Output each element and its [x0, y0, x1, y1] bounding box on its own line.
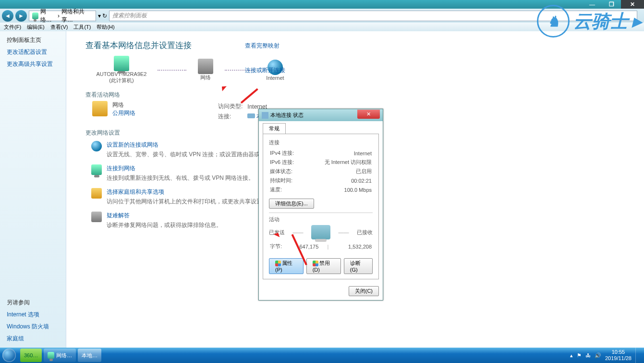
sidebar-internet-options[interactable]: Internet 选项 [7, 311, 59, 319]
settings-item-desc: 访问位于其他网络计算机上的文件和打印机，或更改共享设置。 [107, 198, 268, 205]
dialog-close-button[interactable]: ✕ [357, 110, 380, 119]
clock-time: 10:55 [605, 349, 632, 355]
watermark-text: 云骑士 [573, 9, 628, 34]
taskbar-item-360[interactable]: 360… [20, 349, 42, 362]
activity-section-label: 活动 [269, 216, 373, 223]
menu-edit[interactable]: 编辑(E) [25, 23, 47, 31]
settings-item-desc: 连接到或重新连接到无线、有线、拨号或 VPN 网络连接。 [107, 175, 254, 181]
bytes-table: 字节: 647,175 | 1,532,208 [269, 241, 373, 251]
hub-icon [198, 59, 213, 74]
connect-disconnect-link[interactable]: 连接或断开连接 [245, 66, 285, 75]
system-tray: ▴ ⚑ 🖧 🔊 10:55 2019/11/28 [566, 348, 644, 363]
settings-item-title[interactable]: 选择家庭组和共享选项 [107, 188, 268, 196]
tray-flag-icon[interactable]: ⚑ [577, 352, 582, 359]
taskbar-item-network[interactable]: 网络… [44, 349, 76, 362]
diagnose-button[interactable]: 诊断(G) [344, 258, 373, 274]
breadcrumb-segment: 网络和共享… [61, 8, 93, 24]
forward-button[interactable]: ► [15, 10, 27, 22]
dialog-footer: 关闭(C) [259, 283, 383, 300]
clock-date: 2019/11/28 [605, 355, 632, 362]
network-type-link[interactable]: 公用网络 [112, 109, 135, 117]
network-center-icon [32, 13, 38, 19]
view-full-map-link[interactable]: 查看完整映射 [245, 42, 279, 50]
watermark: ♞ 云骑士▸ [537, 5, 641, 38]
breadcrumb[interactable]: 网络… › 网络和共享… [29, 11, 96, 21]
menu-tool[interactable]: 工具(T) [72, 23, 93, 31]
speed-label: 速度: [270, 186, 304, 194]
node-this-pc: AUTOBVT-M2RA9E2 (此计算机) [95, 56, 148, 84]
taskbar: 360… 网络… 本地… ▴ ⚑ 🖧 🔊 10:55 2019/11/28 [0, 348, 644, 363]
ethernet-icon [247, 113, 255, 118]
conn-info-table: IPv4 连接:Internet IPv6 连接:无 Internet 访问权限… [269, 148, 373, 195]
media-value: 已启用 [305, 167, 372, 175]
settings-item-icon [91, 212, 102, 222]
settings-item-title[interactable]: 设置新的连接或网络 [107, 141, 283, 149]
settings-item-desc: 设置无线、宽带、拨号、临时或 VPN 连接；或设置路由器或访问点。 [107, 151, 283, 158]
node-pc-sub: (此计算机) [109, 77, 134, 84]
dialog-title: 本地连接 状态 [270, 112, 304, 119]
bytes-label: 字节: [270, 242, 291, 250]
ipv4-value: Internet [305, 149, 372, 157]
disable-button[interactable]: 禁用(D) [306, 258, 341, 274]
settings-item-icon [91, 164, 102, 175]
sidebar: 控制面板主页 更改适配器设置 更改高级共享设置 另请参阅 Internet 选项… [0, 31, 66, 348]
access-type-label: 访问类型: [218, 102, 246, 111]
dialog-titlebar[interactable]: 本地连接 状态 ✕ [259, 109, 383, 121]
activity-icon [311, 225, 330, 239]
menu-help[interactable]: 帮助(H) [95, 23, 116, 31]
conn-section-label: 连接 [269, 139, 373, 146]
media-label: 媒体状态: [270, 167, 304, 175]
menu-file[interactable]: 文件(F) [2, 23, 23, 31]
speed-value: 100.0 Mbps [305, 186, 372, 194]
taskbar-item-local-status[interactable]: 本地… [78, 349, 101, 362]
tab-general-page: 连接 IPv4 连接:Internet IPv6 连接:无 Internet 访… [263, 134, 379, 279]
start-button[interactable] [0, 348, 18, 363]
breadcrumb-segment: 网络… [40, 8, 56, 24]
tray-show-hidden-icon[interactable]: ▴ [570, 352, 573, 359]
settings-item-title[interactable]: 连接到网络 [107, 164, 254, 173]
active-network-label: 查看活动网络 [85, 91, 625, 99]
settings-item-desc: 诊断并修复网络问题，或获得故障排除信息。 [107, 222, 222, 228]
sidebar-home[interactable]: 控制面板主页 [7, 36, 59, 44]
breadcrumb-refresh[interactable]: ▾ ↻ [98, 13, 107, 19]
node-internet-label: Internet [266, 75, 284, 81]
sidebar-homegroup[interactable]: 家庭组 [7, 335, 59, 343]
tray-network-icon[interactable]: 🖧 [585, 352, 591, 358]
network-map: AUTOBVT-M2RA9E2 (此计算机) 网络 Internet [95, 56, 625, 84]
menu-view[interactable]: 查看(V) [49, 23, 70, 31]
back-button[interactable]: ◄ [2, 10, 13, 22]
bytes-recv: 1,532,208 [330, 242, 372, 250]
sidebar-adapter-settings[interactable]: 更改适配器设置 [7, 48, 59, 56]
details-button[interactable]: 详细信息(E)... [269, 199, 314, 209]
settings-item-title[interactable]: 疑难解答 [107, 212, 222, 220]
tray-volume-icon[interactable]: 🔊 [595, 352, 601, 359]
sidebar-adv-share[interactable]: 更改高级共享设置 [7, 60, 59, 68]
node-network: 网络 [196, 59, 215, 81]
page-heading: 查看基本网络信息并设置连接 [85, 40, 625, 51]
duration-value: 00:02:21 [305, 176, 372, 185]
ipv4-label: IPv4 连接: [270, 149, 304, 157]
sidebar-see-also-label: 另请参阅 [7, 299, 59, 307]
ipv6-label: IPv6 连接: [270, 158, 304, 166]
breadcrumb-sep: › [58, 13, 60, 19]
shield-icon [275, 261, 281, 266]
settings-item-icon [91, 141, 102, 151]
net-line [158, 70, 186, 71]
connection-status-dialog: 本地连接 状态 ✕ 常规 连接 IPv4 连接:Internet IPv6 连接… [258, 109, 383, 300]
properties-button[interactable]: 属性(P) [269, 258, 304, 274]
network-icon [92, 101, 108, 116]
activity-row: 已发送 —— —— 已接收 [269, 225, 373, 239]
ipv6-value: 无 Internet 访问权限 [305, 158, 372, 166]
shield-icon [313, 261, 318, 266]
duration-label: 持续时间: [270, 176, 304, 185]
sidebar-firewall[interactable]: Windows 防火墙 [7, 323, 59, 331]
connections-label: 连接: [218, 112, 246, 121]
network-icon [48, 352, 54, 359]
tab-general[interactable]: 常规 [263, 123, 286, 134]
windows-orb-icon [2, 349, 16, 362]
watermark-suffix: ▸ [632, 11, 641, 32]
show-desktop-button[interactable] [635, 348, 640, 363]
recv-label: 已接收 [357, 229, 373, 236]
tray-clock[interactable]: 10:55 2019/11/28 [605, 349, 632, 362]
dialog-close-btn[interactable]: 关闭(C) [349, 286, 379, 296]
